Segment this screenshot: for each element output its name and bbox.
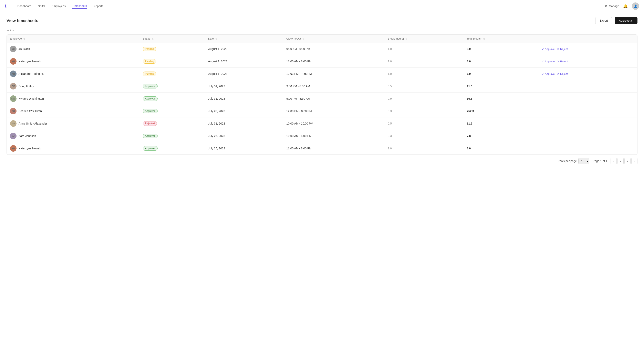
- app-logo: t.: [5, 3, 8, 9]
- cell-clock: 9:00 PM - 8:30 AM: [283, 80, 384, 92]
- status-badge: Approved: [143, 96, 158, 101]
- nav-timesheets[interactable]: Timesheets: [72, 3, 87, 9]
- page-header: View timesheets Export Approve all: [6, 17, 638, 24]
- export-button[interactable]: Export: [595, 17, 612, 24]
- reject-button[interactable]: ✕ Reject: [557, 47, 568, 50]
- table-row: KN Katarzyna Nowak Pending August 1, 202…: [7, 55, 637, 68]
- nav-links: Dashboard Shifts Employees Timesheets Re…: [17, 3, 598, 9]
- sort-clock-icon: ⇅: [302, 37, 304, 40]
- cell-break: 1.0: [384, 142, 464, 155]
- approve-check-icon: ✓: [542, 72, 544, 75]
- manage-icon: ⚙: [605, 4, 608, 8]
- sort-break-icon: ⇅: [406, 37, 407, 40]
- col-break[interactable]: Break (hours) ⇅: [384, 35, 464, 43]
- cell-employee: KN Katarzyna Nowak: [7, 142, 140, 155]
- employee-avatar: KN: [10, 145, 16, 152]
- table-row: KN Katarzyna Nowak Approved July 25, 202…: [7, 142, 637, 155]
- page-info: Page 1 of 1: [592, 159, 607, 163]
- page-navigation: « ‹ › »: [610, 158, 638, 164]
- cell-employee: DF Doug Folley: [7, 80, 140, 92]
- cell-clock: 9:00 AM - 6:00 PM: [283, 43, 384, 55]
- cell-actions: ✓ Approve ✕ Reject: [538, 68, 637, 80]
- row-actions: ✓ Approve ✕ Reject: [542, 60, 634, 63]
- col-total[interactable]: Total (hours) ⇅: [464, 35, 538, 43]
- cell-total: 6.9: [464, 68, 538, 80]
- notification-bell-icon[interactable]: 🔔: [623, 4, 628, 8]
- cell-total: 11.0: [464, 80, 538, 92]
- cell-clock: 11:00 AM - 8:00 PM: [283, 55, 384, 68]
- reject-x-icon: ✕: [557, 60, 559, 63]
- employee-avatar: AS: [10, 120, 16, 127]
- status-badge: Approved: [143, 134, 158, 138]
- cell-employee: JB JD Black: [7, 43, 140, 55]
- reject-button[interactable]: ✕ Reject: [557, 60, 568, 63]
- cell-employee: AS Anna Smith-Alexander: [7, 117, 140, 130]
- cell-employee: ZJ Zara Johnson: [7, 130, 140, 142]
- page-content: View timesheets Export Approve all toolb…: [0, 12, 644, 172]
- nav-reports[interactable]: Reports: [94, 4, 104, 8]
- col-actions: [538, 35, 637, 43]
- cell-status: Approved: [140, 130, 205, 142]
- cell-break: 1.0: [384, 68, 464, 80]
- timesheets-table-wrap: Employee ⇅ Status ⇅ Date ⇅ Clock In/Out …: [6, 34, 638, 155]
- cell-break: 0.3: [384, 105, 464, 117]
- nav-right: ⚙ Manage 🔔 👤: [605, 2, 639, 10]
- approve-button[interactable]: ✓ Approve: [542, 60, 555, 63]
- cell-break: 0.5: [384, 117, 464, 130]
- cell-break: 0.9: [384, 92, 464, 105]
- sort-employee-icon: ⇅: [23, 37, 25, 40]
- employee-name: Katarzyna Nowak: [18, 60, 41, 63]
- cell-break: 0.5: [384, 80, 464, 92]
- nav-dashboard[interactable]: Dashboard: [17, 4, 32, 8]
- page-title: View timesheets: [6, 18, 38, 23]
- cell-status: Approved: [140, 80, 205, 92]
- last-page-button[interactable]: »: [631, 158, 638, 164]
- next-page-button[interactable]: ›: [624, 158, 630, 164]
- approve-all-button[interactable]: Approve all: [615, 17, 638, 24]
- employee-name: Kwame Washington: [18, 97, 44, 100]
- cell-clock: 12:03 PM - 7:55 PM: [283, 68, 384, 80]
- prev-page-button[interactable]: ‹: [618, 158, 624, 164]
- cell-actions: [538, 130, 637, 142]
- cell-total: 8.0: [464, 43, 538, 55]
- col-employee[interactable]: Employee ⇅: [7, 35, 140, 43]
- nav-shifts[interactable]: Shifts: [38, 4, 45, 8]
- cell-clock: 12:00 PM - 8:30 PM: [283, 105, 384, 117]
- approve-button[interactable]: ✓ Approve: [542, 72, 555, 75]
- rows-per-page-label: Rows per page: [558, 159, 577, 163]
- col-date[interactable]: Date ⇅: [205, 35, 283, 43]
- approve-button[interactable]: ✓ Approve: [542, 47, 555, 50]
- cell-break: 0.3: [384, 130, 464, 142]
- cell-actions: [538, 117, 637, 130]
- first-page-button[interactable]: «: [610, 158, 617, 164]
- reject-x-icon: ✕: [557, 47, 559, 50]
- cell-clock: 10:00 AM - 10:00 PM: [283, 117, 384, 130]
- cell-actions: [538, 92, 637, 105]
- cell-total: 752.3: [464, 105, 538, 117]
- manage-button[interactable]: ⚙ Manage: [605, 4, 619, 8]
- reject-button[interactable]: ✕ Reject: [557, 72, 568, 75]
- col-status[interactable]: Status ⇅: [140, 35, 205, 43]
- row-actions: ✓ Approve ✕ Reject: [542, 72, 634, 75]
- status-badge: Pending: [143, 59, 156, 64]
- cell-total: 8.0: [464, 142, 538, 155]
- nav-employees[interactable]: Employees: [52, 4, 66, 8]
- status-badge: Pending: [143, 71, 156, 76]
- toolbar-label: toolbar: [6, 29, 638, 32]
- approve-check-icon: ✓: [542, 60, 544, 63]
- cell-status: Pending: [140, 68, 205, 80]
- cell-total: 11.5: [464, 117, 538, 130]
- rows-per-page-select[interactable]: 10 25 50: [578, 158, 589, 164]
- cell-break: 1.0: [384, 55, 464, 68]
- employee-name: Zara Johnson: [18, 134, 36, 138]
- status-badge: Approved: [143, 109, 158, 113]
- cell-total: 8.0: [464, 55, 538, 68]
- col-clock[interactable]: Clock In/Out ⇅: [283, 35, 384, 43]
- cell-clock: 11:00 AM - 8:00 PM: [283, 142, 384, 155]
- cell-clock: 9:00 PM - 8:30 AM: [283, 92, 384, 105]
- table-body: JB JD Black Pending August 1, 2023 9:00 …: [7, 43, 637, 155]
- employee-avatar: KN: [10, 58, 16, 65]
- cell-total: 7.8: [464, 130, 538, 142]
- user-avatar[interactable]: 👤: [632, 2, 639, 10]
- status-badge: Approved: [143, 84, 158, 88]
